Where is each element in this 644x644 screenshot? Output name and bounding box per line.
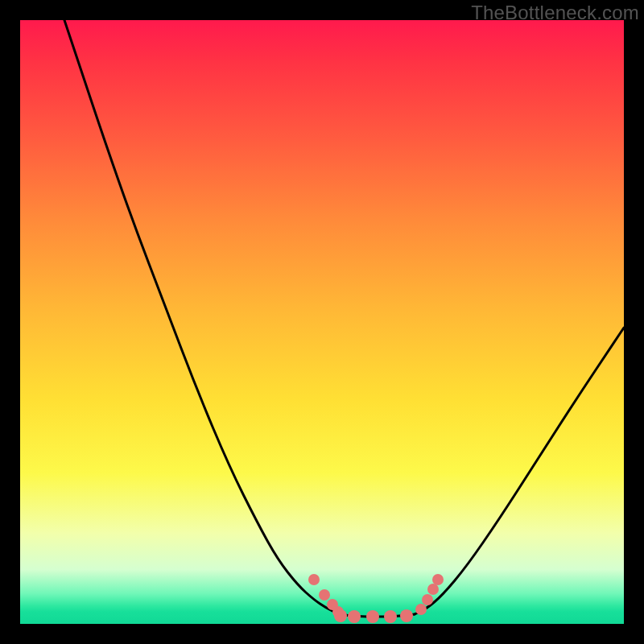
data-marker <box>422 594 433 605</box>
curve-left-branch <box>64 20 341 614</box>
curve-right-branch <box>415 328 624 614</box>
data-marker <box>432 574 444 585</box>
data-marker <box>319 589 330 601</box>
marker-group <box>308 574 444 623</box>
gradient-plot-area <box>20 20 624 624</box>
data-marker <box>415 604 427 615</box>
data-marker <box>427 584 439 595</box>
data-marker <box>366 610 379 623</box>
data-marker <box>400 609 413 622</box>
data-marker <box>348 610 361 623</box>
data-marker <box>384 610 397 623</box>
data-marker <box>334 609 347 622</box>
chart-svg <box>20 20 624 624</box>
data-marker <box>308 574 320 585</box>
